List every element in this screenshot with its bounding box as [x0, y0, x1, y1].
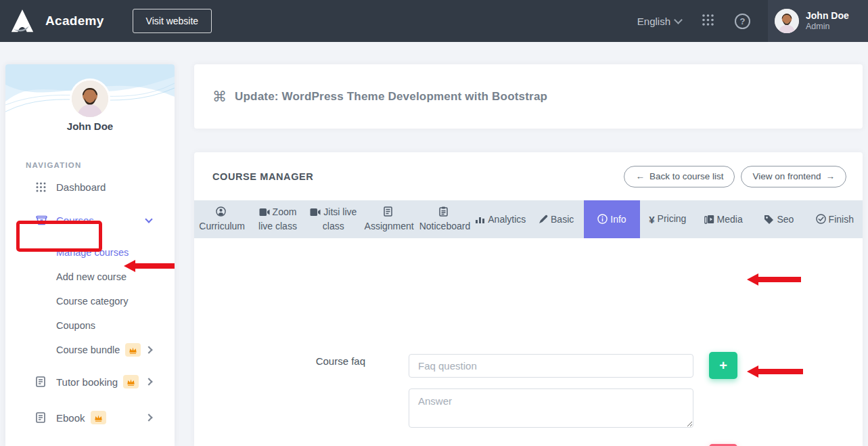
- top-header: Academy Visit website English ?: [0, 0, 868, 42]
- chevron-down-icon: [674, 16, 683, 24]
- sidebar-subitem-label: Course category: [56, 296, 128, 307]
- tab-noticeboard[interactable]: Noticeboard: [417, 200, 472, 238]
- language-label: English: [637, 16, 670, 27]
- info-circle-icon: [597, 214, 608, 224]
- main-content: ⌘ Update: WordPress Theme Development wi…: [194, 64, 863, 446]
- chevron-down-icon: [145, 215, 152, 223]
- sidebar-subitem-add-new-course[interactable]: Add new course: [5, 265, 175, 289]
- profile-name: John Doe: [5, 120, 175, 132]
- faq-question-input-1[interactable]: [409, 354, 693, 378]
- view-on-frontend-button[interactable]: View on frontend →: [741, 166, 846, 187]
- course-manager-card: COURSE MANAGER ← Back to course list Vie…: [194, 152, 863, 446]
- button-label: Back to course list: [649, 171, 724, 181]
- profile-avatar: [72, 81, 108, 117]
- sidebar-item-label: Tutor booking: [56, 376, 118, 388]
- sidebar-subitem-label: Manage courses: [56, 247, 129, 258]
- chevron-right-icon: [145, 378, 152, 385]
- command-icon: ⌘: [212, 89, 227, 105]
- crown-icon: [125, 343, 141, 357]
- arrow-right-icon: →: [826, 171, 836, 181]
- visit-website-button[interactable]: Visit website: [133, 9, 212, 33]
- header-user-name: John Doe: [806, 10, 849, 22]
- user-circle-icon: [216, 206, 226, 217]
- crown-icon: [91, 411, 106, 424]
- add-faq-button[interactable]: +: [709, 352, 737, 379]
- nav-section-label: NAVIGATION: [26, 161, 82, 169]
- clipboard-icon: [439, 206, 448, 217]
- video-icon: [259, 208, 270, 217]
- language-dropdown[interactable]: English: [637, 16, 681, 27]
- header-right-group: English ?: [637, 0, 868, 42]
- chevron-right-icon: [145, 414, 152, 421]
- user-avatar: [775, 9, 799, 33]
- sidebar-item-label: Courses: [56, 215, 94, 226]
- sidebar-subitem-coupons[interactable]: Coupons: [5, 313, 175, 338]
- video-icon: [310, 208, 321, 217]
- tab-jitsi-live-class[interactable]: Jitsi live class: [306, 200, 361, 238]
- sidebar-subitem-label: Coupons: [56, 320, 95, 331]
- sidebar-subitem-course-category[interactable]: Course category: [5, 289, 175, 313]
- chevron-right-icon: [145, 346, 152, 353]
- sidebar-item-label: Ebook: [56, 412, 85, 424]
- tab-info[interactable]: Info: [584, 200, 639, 238]
- media-icon: [704, 215, 714, 224]
- tab-curriculum[interactable]: Curriculum: [194, 200, 250, 238]
- section-title: COURSE MANAGER: [212, 171, 313, 182]
- help-circle-icon[interactable]: ?: [735, 14, 750, 29]
- sidebar-item-courses[interactable]: Courses: [5, 206, 175, 233]
- tag-icon: [764, 215, 774, 224]
- tab-analytics[interactable]: Analytics: [473, 200, 528, 238]
- page-title-card: ⌘ Update: WordPress Theme Development wi…: [194, 64, 863, 129]
- sidebar-subitem-manage-courses[interactable]: Manage courses: [5, 240, 175, 265]
- sidebar-item-ebook[interactable]: Ebook: [5, 405, 175, 430]
- document-icon: [36, 412, 47, 423]
- arrow-left-icon: ←: [635, 171, 645, 181]
- course-faq-form: Course faq + −: [194, 238, 863, 446]
- page-title: Update: WordPress Theme Development with…: [235, 90, 547, 104]
- academy-admin-app: Academy Visit website English ?: [0, 0, 868, 446]
- header-user-role: Admin: [806, 22, 849, 32]
- sidebar: John Doe NAVIGATION Dashboard: [5, 64, 175, 446]
- tab-assignment[interactable]: Assignment: [361, 200, 417, 238]
- sidebar-menu: Dashboard Courses Manage courses Add new…: [5, 175, 175, 430]
- crown-icon: [123, 375, 139, 388]
- course-manager-header: COURSE MANAGER ← Back to course list Vie…: [194, 152, 863, 200]
- course-faq-label: Course faq: [212, 355, 365, 367]
- file-icon: [384, 206, 392, 217]
- faq-answer-textarea-1[interactable]: [409, 388, 693, 428]
- course-manager-tabbar: Curriculum Zoom live class Jitsi live cl…: [194, 200, 863, 238]
- bar-chart-icon: [475, 215, 485, 224]
- academy-logo-icon: [9, 8, 35, 34]
- header-user-menu[interactable]: John Doe Admin: [768, 0, 868, 42]
- tab-seo[interactable]: Seo: [751, 200, 806, 238]
- tab-zoom-live-class[interactable]: Zoom live class: [250, 200, 305, 238]
- tab-basic[interactable]: Basic: [528, 200, 584, 238]
- apps-grid-icon[interactable]: [702, 14, 714, 29]
- sidebar-subitem-label: Course bundle: [56, 344, 120, 355]
- tab-media[interactable]: Media: [695, 200, 751, 238]
- sidebar-item-dashboard[interactable]: Dashboard: [5, 175, 175, 199]
- tab-finish[interactable]: Finish: [807, 200, 863, 238]
- sidebar-item-label: Dashboard: [56, 181, 106, 193]
- check-circle-icon: [816, 214, 826, 224]
- sidebar-subitem-label: Add new course: [56, 271, 127, 282]
- pen-icon: [539, 215, 548, 224]
- dots-grid-icon: [36, 182, 47, 192]
- document-icon: [36, 376, 47, 387]
- brand-name: Academy: [45, 14, 104, 28]
- sidebar-subitem-course-bundle[interactable]: Course bundle: [5, 338, 175, 362]
- button-label: View on frontend: [752, 171, 821, 181]
- yen-icon: ¥: [649, 214, 654, 225]
- sidebar-item-tutor-booking[interactable]: Tutor booking: [5, 370, 175, 394]
- tab-pricing[interactable]: ¥Pricing: [640, 200, 695, 238]
- back-to-course-list-button[interactable]: ← Back to course list: [624, 166, 735, 187]
- bucket-icon: [36, 215, 47, 225]
